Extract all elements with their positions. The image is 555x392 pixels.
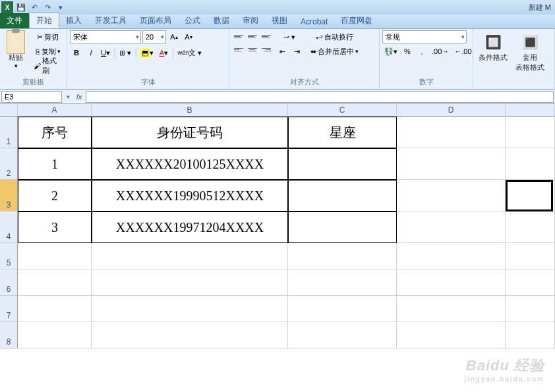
decrease-font-icon[interactable]: A▾ — [182, 30, 195, 43]
align-middle[interactable] — [246, 30, 259, 42]
cell-B3[interactable]: XXXXXX19990512XXXX — [92, 180, 288, 211]
cell-E4[interactable] — [506, 211, 555, 243]
row-header-7[interactable]: 7 — [0, 296, 18, 322]
increase-decimal[interactable]: .00→ — [430, 45, 451, 58]
currency-button[interactable]: 💱▾ — [382, 45, 399, 58]
row-header-8[interactable]: 8 — [0, 322, 18, 349]
col-header-A[interactable]: A — [18, 104, 92, 117]
cell-D7[interactable] — [397, 296, 506, 322]
tab-data[interactable]: 数据 — [207, 13, 236, 28]
cell-C4[interactable] — [288, 211, 397, 243]
format-as-table-button[interactable]: 🔳 套用 表格格式 — [513, 30, 547, 74]
col-header-B[interactable]: B — [92, 104, 288, 117]
align-left[interactable] — [232, 43, 245, 55]
select-all-corner[interactable] — [0, 104, 18, 117]
cell-E2[interactable] — [506, 148, 555, 180]
format-painter-button[interactable]: 🖌格式刷 — [32, 59, 64, 72]
font-name-combo[interactable]: 宋体 — [70, 30, 141, 43]
number-format-combo[interactable]: 常规 — [382, 30, 467, 43]
tab-review[interactable]: 审阅 — [236, 13, 265, 28]
row-header-2[interactable]: 2 — [0, 148, 18, 180]
tab-insert[interactable]: 插入 — [59, 13, 88, 28]
redo-icon[interactable]: ↷ — [42, 1, 53, 13]
cell-E1[interactable] — [506, 117, 555, 148]
save-icon[interactable]: 💾 — [15, 1, 27, 13]
cell-A8[interactable] — [18, 322, 92, 349]
cell-A2[interactable]: 1 — [18, 148, 92, 180]
cell-A5[interactable] — [18, 243, 92, 269]
col-header-E[interactable] — [506, 104, 555, 117]
comma-button[interactable]: , — [415, 45, 428, 58]
cell-E6[interactable] — [506, 269, 555, 296]
orientation-button[interactable]: ⤻ ▾ — [276, 30, 303, 43]
cell-C5[interactable] — [288, 243, 397, 269]
cell-D1[interactable] — [397, 117, 506, 148]
bold-button[interactable]: B — [70, 46, 83, 59]
cell-C1[interactable]: 星座 — [288, 117, 397, 148]
col-header-C[interactable]: C — [288, 104, 397, 117]
cell-B4[interactable]: XXXXXX19971204XXXX — [92, 211, 288, 243]
phonetic-button[interactable]: wén文 ▾ — [176, 46, 204, 59]
cell-E5[interactable] — [506, 243, 555, 269]
align-center[interactable] — [246, 43, 259, 55]
align-bottom[interactable] — [260, 30, 273, 42]
indent-increase[interactable]: ⇥ — [290, 45, 303, 58]
qat-more-icon[interactable]: ▾ — [55, 1, 67, 13]
paste-button[interactable]: 粘贴 ▾ — [3, 30, 29, 70]
decrease-decimal[interactable]: ←.00 — [452, 45, 473, 58]
cell-C2[interactable] — [288, 148, 397, 180]
cell-D6[interactable] — [397, 269, 506, 296]
wrap-text-button[interactable]: ⮐自动换行 — [308, 30, 361, 43]
fx-icon[interactable]: fx — [73, 93, 86, 101]
tab-home[interactable]: 开始 — [29, 13, 59, 28]
cell-B6[interactable] — [92, 269, 288, 296]
fill-color-button[interactable]: ⬒ ▾ — [138, 46, 156, 59]
indent-decrease[interactable]: ⇤ — [276, 45, 289, 58]
cut-button[interactable]: ✂剪切 — [32, 30, 64, 43]
tab-view[interactable]: 视图 — [265, 13, 294, 28]
tab-developer[interactable]: 开发工具 — [88, 13, 133, 28]
cell-E7[interactable] — [506, 296, 555, 322]
formula-input[interactable] — [86, 91, 554, 103]
increase-font-icon[interactable]: A▴ — [167, 30, 181, 43]
spreadsheet-grid[interactable]: A B C D 1序号身份证号码星座21XXXXXX20100125XXXX32… — [0, 104, 555, 392]
font-size-combo[interactable]: 20 — [142, 30, 166, 43]
cell-A1[interactable]: 序号 — [18, 117, 92, 148]
conditional-format-button[interactable]: 🔲 条件格式 — [476, 30, 510, 64]
cell-A7[interactable] — [18, 296, 92, 322]
cell-B2[interactable]: XXXXXX20100125XXXX — [92, 148, 288, 180]
cell-B5[interactable] — [92, 243, 288, 269]
cell-A6[interactable] — [18, 269, 92, 296]
row-header-6[interactable]: 6 — [0, 269, 18, 296]
cell-A4[interactable]: 3 — [18, 211, 92, 243]
cell-D3[interactable] — [397, 180, 506, 211]
cell-D5[interactable] — [397, 243, 506, 269]
merge-center-button[interactable]: ⬌合并后居中▾ — [308, 45, 361, 58]
cell-C6[interactable] — [288, 269, 397, 296]
cell-E3[interactable] — [506, 180, 555, 211]
tab-acrobat[interactable]: Acrobat — [294, 15, 334, 28]
italic-button[interactable]: I — [84, 46, 98, 59]
col-header-D[interactable]: D — [397, 104, 506, 117]
cell-C8[interactable] — [288, 322, 397, 349]
name-box[interactable]: E3 — [1, 91, 62, 103]
cell-B7[interactable] — [92, 296, 288, 322]
cell-D2[interactable] — [397, 148, 506, 180]
tab-formulas[interactable]: 公式 — [178, 13, 207, 28]
tab-file[interactable]: 文件 — [0, 13, 29, 28]
row-header-1[interactable]: 1 — [0, 117, 18, 148]
tab-baidu[interactable]: 百度网盘 — [334, 13, 379, 28]
row-header-5[interactable]: 5 — [0, 243, 18, 269]
underline-button[interactable]: U ▾ — [99, 46, 112, 59]
tab-layout[interactable]: 页面布局 — [133, 13, 178, 28]
align-right[interactable] — [260, 43, 273, 55]
cell-A3[interactable]: 2 — [18, 180, 92, 211]
cell-B1[interactable]: 身份证号码 — [92, 117, 288, 148]
percent-button[interactable]: % — [401, 45, 414, 58]
cell-E8[interactable] — [506, 322, 555, 349]
undo-icon[interactable]: ↶ — [28, 1, 40, 13]
border-button[interactable]: ⊞ ▾ — [117, 46, 133, 59]
cell-D8[interactable] — [397, 322, 506, 349]
cell-C7[interactable] — [288, 296, 397, 322]
cell-C3[interactable] — [288, 180, 397, 211]
